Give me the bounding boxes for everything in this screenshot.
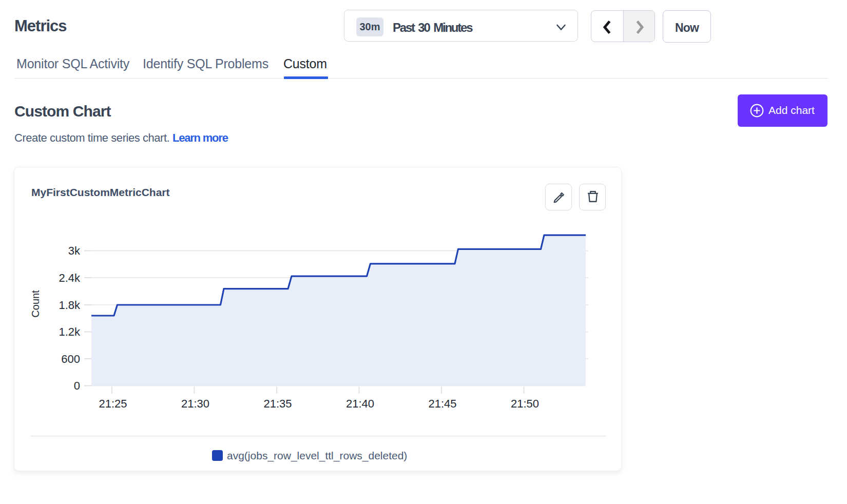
svg-text:3k: 3k: [68, 244, 81, 257]
svg-text:21:35: 21:35: [263, 397, 292, 410]
svg-text:2.4k: 2.4k: [59, 272, 81, 284]
svg-text:21:50: 21:50: [511, 397, 539, 410]
svg-text:0: 0: [74, 379, 80, 392]
svg-text:600: 600: [61, 353, 80, 365]
svg-text:Count: Count: [30, 290, 41, 318]
svg-text:1.2k: 1.2k: [59, 325, 81, 338]
svg-text:21:30: 21:30: [181, 397, 209, 410]
svg-text:21:25: 21:25: [99, 397, 127, 410]
svg-text:1.8k: 1.8k: [59, 299, 81, 312]
svg-text:21:45: 21:45: [428, 397, 456, 410]
svg-text:21:40: 21:40: [346, 397, 374, 410]
